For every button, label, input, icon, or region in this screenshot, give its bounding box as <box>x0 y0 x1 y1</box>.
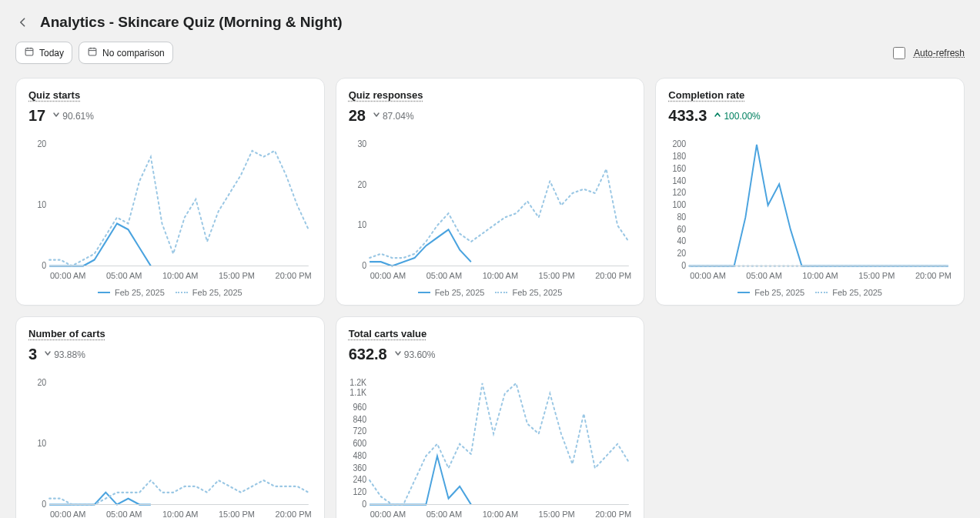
arrow-down-icon <box>372 110 381 122</box>
svg-text:120: 120 <box>353 486 366 496</box>
svg-text:0: 0 <box>42 499 46 508</box>
chart: 01020 00:00 AM05:00 AM10:00 AM15:00 PM20… <box>28 131 312 297</box>
svg-text:600: 600 <box>353 438 366 448</box>
x-axis-tick: 15:00 PM <box>219 271 255 280</box>
legend-comparison: Feb 25, 2025 <box>815 288 882 297</box>
x-axis-tick: 20:00 PM <box>276 271 312 280</box>
x-axis-tick: 05:00 AM <box>426 510 462 518</box>
legend: Feb 25, 2025 Feb 25, 2025 <box>28 288 312 297</box>
x-axis-tick: 20:00 PM <box>915 271 952 280</box>
x-axis-tick: 20:00 PM <box>595 271 631 280</box>
x-axis-tick: 00:00 AM <box>50 271 85 280</box>
date-filter[interactable]: Today <box>15 42 72 64</box>
delta-value: 90.61% <box>62 111 94 122</box>
x-axis-tick: 15:00 PM <box>858 271 895 280</box>
x-axis-tick: 00:00 AM <box>370 271 406 280</box>
x-axis-tick: 20:00 PM <box>276 510 312 518</box>
x-axis: 00:00 AM05:00 AM10:00 AM15:00 PM20:00 PM <box>349 510 632 518</box>
x-axis-tick: 05:00 AM <box>106 271 142 280</box>
svg-text:180: 180 <box>673 151 687 161</box>
svg-text:10: 10 <box>37 199 46 209</box>
metric-value: 3 <box>28 346 37 363</box>
metric-delta: 90.61% <box>52 110 94 122</box>
card-quiz-responses: Quiz responses 28 87.04% 0102030 00:00 A… <box>336 78 645 306</box>
arrow-up-icon <box>713 110 722 122</box>
metric-value: 433.3 <box>668 107 707 125</box>
svg-text:360: 360 <box>353 463 366 473</box>
chart: 01202403604806007208409601.1K1.2K 00:00 … <box>349 369 632 518</box>
svg-text:20: 20 <box>37 139 46 149</box>
x-axis-tick: 10:00 AM <box>802 271 838 280</box>
svg-text:720: 720 <box>353 426 366 436</box>
metric-title: Completion rate <box>668 89 952 101</box>
card-completion-rate: Completion rate 433.3 100.00% 0204060801… <box>655 78 965 306</box>
svg-text:120: 120 <box>673 188 687 198</box>
metric-title: Total carts value <box>349 328 632 339</box>
svg-text:160: 160 <box>673 163 687 173</box>
svg-text:140: 140 <box>673 175 687 185</box>
x-axis-tick: 10:00 AM <box>162 271 198 280</box>
comparison-filter[interactable]: No comparison <box>79 42 173 64</box>
metric-delta: 87.04% <box>372 110 414 122</box>
svg-text:960: 960 <box>353 402 366 412</box>
svg-text:20: 20 <box>357 179 366 189</box>
chart: 0102030 00:00 AM05:00 AM10:00 AM15:00 PM… <box>349 131 632 297</box>
svg-rect-0 <box>25 48 33 55</box>
x-axis: 00:00 AM05:00 AM10:00 AM15:00 PM20:00 PM <box>668 271 952 280</box>
svg-text:840: 840 <box>353 414 366 424</box>
metric-delta: 93.88% <box>43 349 85 360</box>
svg-text:40: 40 <box>677 236 687 246</box>
x-axis-tick: 15:00 PM <box>539 510 575 518</box>
metric-value: 17 <box>28 107 45 125</box>
arrow-down-icon <box>52 110 61 122</box>
svg-text:0: 0 <box>362 499 366 508</box>
auto-refresh-label: Auto-refresh <box>914 48 965 58</box>
comparison-filter-label: No comparison <box>102 48 165 58</box>
svg-text:100: 100 <box>673 199 687 209</box>
svg-text:1.1K: 1.1K <box>350 388 366 398</box>
delta-value: 93.88% <box>54 349 85 360</box>
svg-text:60: 60 <box>677 224 687 234</box>
svg-text:0: 0 <box>42 260 46 269</box>
calendar-icon <box>87 46 98 59</box>
x-axis: 00:00 AM05:00 AM10:00 AM15:00 PM20:00 PM <box>28 510 312 518</box>
legend-current: Feb 25, 2025 <box>418 288 485 297</box>
svg-text:200: 200 <box>673 139 687 149</box>
delta-value: 87.04% <box>383 111 414 122</box>
metric-title: Quiz responses <box>349 89 632 101</box>
svg-text:0: 0 <box>682 260 687 269</box>
x-axis: 00:00 AM05:00 AM10:00 AM15:00 PM20:00 PM <box>28 271 312 280</box>
svg-text:240: 240 <box>353 475 366 485</box>
metric-title: Number of carts <box>28 328 312 339</box>
card-quiz-starts: Quiz starts 17 90.61% 01020 00:00 AM05:0… <box>15 78 325 306</box>
calendar-icon <box>24 46 35 59</box>
svg-text:20: 20 <box>37 378 46 388</box>
svg-text:80: 80 <box>677 212 687 222</box>
svg-text:10: 10 <box>37 438 46 448</box>
chart: 020406080100120140160180200 00:00 AM05:0… <box>668 131 952 297</box>
metric-delta: 100.00% <box>713 110 760 122</box>
svg-text:0: 0 <box>362 260 366 269</box>
arrow-down-icon <box>393 349 403 360</box>
date-filter-label: Today <box>39 48 64 58</box>
card-total-carts-value: Total carts value 632.8 93.60% 012024036… <box>336 316 645 518</box>
legend: Feb 25, 2025 Feb 25, 2025 <box>668 288 952 297</box>
metric-delta: 93.60% <box>393 349 436 360</box>
auto-refresh-checkbox[interactable] <box>893 47 905 59</box>
page-title: Analytics - Skincare Quiz (Morning & Nig… <box>40 14 343 31</box>
svg-rect-4 <box>89 48 96 55</box>
svg-text:480: 480 <box>353 450 366 460</box>
chart: 01020 00:00 AM05:00 AM10:00 AM15:00 PM20… <box>28 369 312 518</box>
legend: Feb 25, 2025 Feb 25, 2025 <box>349 288 632 297</box>
x-axis-tick: 10:00 AM <box>483 271 518 280</box>
svg-text:30: 30 <box>357 139 366 149</box>
x-axis-tick: 10:00 AM <box>162 510 198 518</box>
x-axis-tick: 20:00 PM <box>595 510 631 518</box>
metric-value: 28 <box>349 107 366 125</box>
x-axis-tick: 05:00 AM <box>746 271 781 280</box>
x-axis-tick: 00:00 AM <box>370 510 406 518</box>
back-button[interactable] <box>15 15 31 30</box>
x-axis-tick: 15:00 PM <box>219 510 255 518</box>
x-axis-tick: 05:00 AM <box>106 510 142 518</box>
svg-text:20: 20 <box>677 248 687 258</box>
